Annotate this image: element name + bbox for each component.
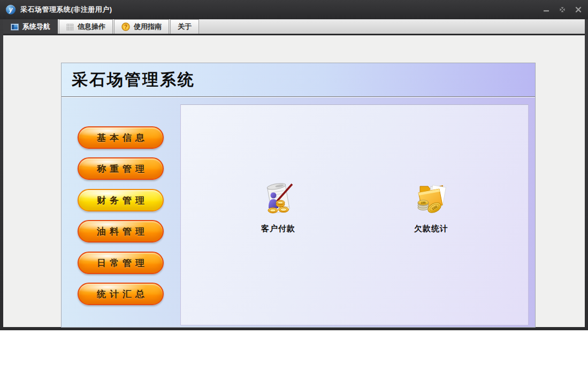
sidebar-item-daily[interactable]: 日常管理 bbox=[78, 252, 164, 274]
sidebar-item-label: 日常管理 bbox=[97, 257, 148, 269]
help-coin-icon: ? bbox=[121, 22, 130, 31]
window-controls bbox=[541, 0, 584, 19]
close-button[interactable] bbox=[573, 4, 584, 15]
restore-icon bbox=[559, 6, 566, 13]
restore-button[interactable] bbox=[557, 4, 568, 15]
panel-header: 采石场管理系统 bbox=[62, 63, 535, 97]
sidebar-item-weighing[interactable]: 称重管理 bbox=[78, 157, 164, 180]
coin-100-text: 100 bbox=[421, 201, 426, 204]
tab-label: 系统导航 bbox=[22, 22, 50, 32]
tab-system-navigation[interactable]: 系统导航 bbox=[3, 19, 58, 34]
debt-statistics-icon: 100 100 bbox=[413, 180, 449, 216]
sidebar-item-label: 基本信息 bbox=[97, 132, 148, 144]
tab-information-operations[interactable]: 信息操作 bbox=[59, 19, 113, 34]
tab-label: 关于 bbox=[178, 22, 192, 32]
background-below-window bbox=[0, 330, 588, 387]
grid-icon bbox=[66, 24, 74, 31]
workspace: 采石场管理系统 基本信息 称重管理 财务管理 bbox=[3, 35, 585, 327]
close-icon bbox=[575, 6, 582, 13]
app-window: y 采石场管理系统(非注册用户) bbox=[0, 0, 588, 330]
sidebar-item-label: 油料管理 bbox=[97, 225, 148, 238]
icon-label: 欠款统计 bbox=[394, 224, 469, 234]
icon-label: 客户付款 bbox=[241, 224, 316, 234]
icon-item-customer-payment[interactable]: 客户付款 bbox=[241, 180, 316, 234]
title-bar[interactable]: y 采石场管理系统(非注册用户) bbox=[0, 0, 588, 19]
app-logo-glyph: y bbox=[9, 6, 13, 13]
navigation-monitor-icon bbox=[11, 24, 19, 31]
tab-bar: 系统导航 信息操作 ? bbox=[3, 19, 585, 34]
sidebar-item-fuel[interactable]: 油料管理 bbox=[78, 220, 164, 242]
help-question-glyph: ? bbox=[124, 24, 127, 30]
tab-label: 使用指南 bbox=[134, 22, 162, 32]
client-area: 系统导航 信息操作 ? bbox=[3, 19, 585, 327]
app-logo-icon: y bbox=[6, 5, 16, 14]
minimize-icon bbox=[543, 6, 549, 13]
minimize-button[interactable] bbox=[541, 4, 552, 15]
icon-item-debt-statistics[interactable]: 100 100 欠款统计 bbox=[394, 180, 469, 234]
tab-about[interactable]: 关于 bbox=[170, 19, 199, 34]
screenshot-canvas: y 采石场管理系统(非注册用户) bbox=[0, 0, 588, 387]
sidebar-item-label: 统计汇总 bbox=[97, 288, 148, 300]
panel-body: 基本信息 称重管理 财务管理 油料管理 日常管理 bbox=[62, 97, 535, 327]
customer-payment-icon bbox=[260, 180, 296, 216]
sidebar-item-statistics[interactable]: 统计汇总 bbox=[78, 283, 164, 305]
sidebar-item-basic-info[interactable]: 基本信息 bbox=[78, 126, 164, 149]
sidebar-item-label: 财务管理 bbox=[97, 194, 148, 207]
main-panel: 采石场管理系统 基本信息 称重管理 财务管理 bbox=[61, 63, 536, 328]
sidebar-item-finance[interactable]: 财务管理 bbox=[78, 189, 164, 211]
content-panel: 客户付款 bbox=[180, 104, 529, 325]
window-title: 采石场管理系统(非注册用户) bbox=[20, 5, 112, 14]
tab-user-guide[interactable]: ? 使用指南 bbox=[114, 19, 169, 34]
tab-label: 信息操作 bbox=[78, 22, 105, 32]
sidebar-item-label: 称重管理 bbox=[97, 163, 148, 175]
page-title: 采石场管理系统 bbox=[62, 63, 535, 91]
